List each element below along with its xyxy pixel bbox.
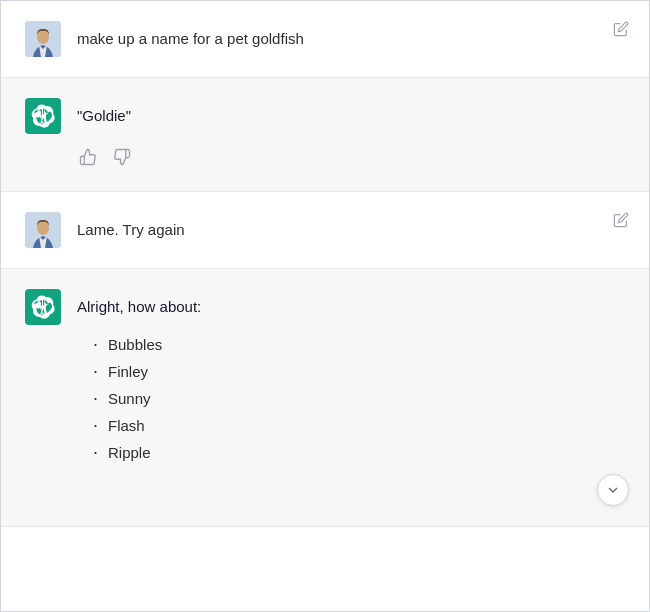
- list-item-text: Ripple: [108, 439, 151, 466]
- svg-point-1: [37, 30, 49, 44]
- assistant-avatar-1: [25, 98, 61, 134]
- message-text-3: Lame. Try again: [77, 218, 625, 242]
- assistant-avatar-2: [25, 289, 61, 325]
- edit-button-1[interactable]: [613, 21, 629, 41]
- user-avatar-1: [25, 21, 61, 57]
- list-item: ·Flash: [93, 412, 625, 439]
- list-item-text: Finley: [108, 358, 148, 385]
- message-text-2: "Goldie": [77, 104, 625, 128]
- thumbup-button-1[interactable]: [77, 146, 99, 171]
- svg-point-3: [37, 221, 49, 235]
- bullet-dot: ·: [93, 335, 98, 353]
- message-content-2: "Goldie": [77, 98, 625, 128]
- thumbdown-button-1[interactable]: [111, 146, 133, 171]
- message-block-user-1: make up a name for a pet goldfish: [1, 1, 649, 78]
- bullet-dot: ·: [93, 443, 98, 461]
- bullet-dot: ·: [93, 416, 98, 434]
- list-item: ·Bubbles: [93, 331, 625, 358]
- message-block-user-2: Lame. Try again: [1, 192, 649, 269]
- message-text-4: Alright, how about:: [77, 295, 625, 319]
- name-list: ·Bubbles·Finley·Sunny·Flash·Ripple: [77, 331, 625, 466]
- message-content-3: Lame. Try again: [77, 212, 625, 242]
- message-text-1: make up a name for a pet goldfish: [77, 27, 625, 51]
- message-block-assistant-2: Alright, how about: ·Bubbles·Finley·Sunn…: [1, 269, 649, 527]
- message-content-1: make up a name for a pet goldfish: [77, 21, 625, 51]
- scroll-down-button[interactable]: [597, 474, 629, 506]
- bullet-dot: ·: [93, 362, 98, 380]
- message-block-assistant-1: "Goldie": [1, 78, 649, 192]
- chat-container[interactable]: make up a name for a pet goldfish "Goldi…: [0, 0, 650, 612]
- list-item: ·Ripple: [93, 439, 625, 466]
- list-item-text: Flash: [108, 412, 145, 439]
- list-item-text: Sunny: [108, 385, 151, 412]
- user-avatar-2: [25, 212, 61, 248]
- edit-button-2[interactable]: [613, 212, 629, 232]
- list-item: ·Finley: [93, 358, 625, 385]
- list-item: ·Sunny: [93, 385, 625, 412]
- feedback-row-1: [25, 146, 625, 171]
- list-item-text: Bubbles: [108, 331, 162, 358]
- bullet-dot: ·: [93, 389, 98, 407]
- message-content-4: Alright, how about: ·Bubbles·Finley·Sunn…: [77, 289, 625, 466]
